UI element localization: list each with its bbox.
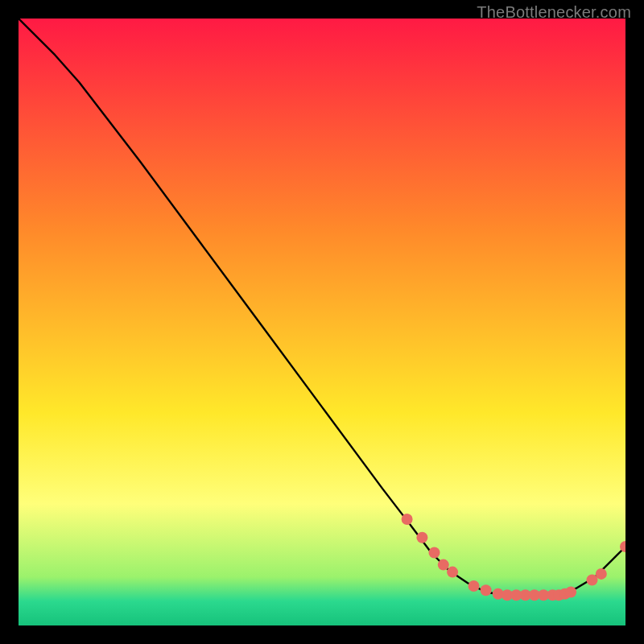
data-point-marker — [429, 547, 440, 559]
data-point-marker — [469, 580, 480, 592]
data-point-marker — [481, 584, 492, 596]
gradient-background — [19, 19, 625, 625]
data-point-marker — [438, 559, 449, 571]
data-point-marker — [416, 532, 427, 543]
data-point-marker — [565, 587, 576, 598]
data-point-marker — [596, 568, 607, 580]
attribution-text: TheBottlenecker.com — [477, 3, 631, 22]
data-point-marker — [402, 514, 413, 525]
bottleneck-chart — [19, 19, 625, 625]
data-point-marker — [447, 567, 458, 578]
chart-container: TheBottlenecker.com — [0, 0, 644, 644]
